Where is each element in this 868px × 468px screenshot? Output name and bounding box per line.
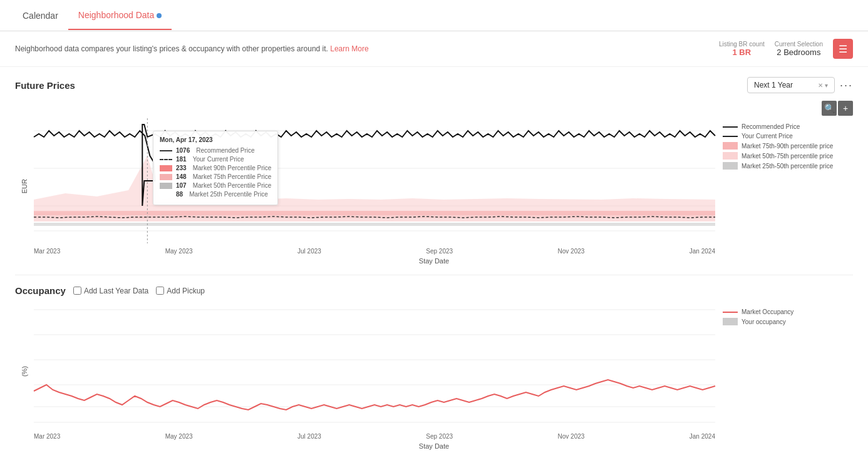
tooltip-date: Mon, Apr 17, 2023	[160, 136, 271, 143]
legend-recommended-text: Recommended Price	[741, 123, 800, 130]
occ-x-tick-2: May 2023	[165, 433, 193, 440]
future-prices-section: Future Prices Next 1 Year ✕ ▾ ··· 🔍 + EU…	[0, 67, 868, 275]
tooltip-25th-label: Market 25th Percentile Price	[189, 191, 268, 198]
dropdown-value: Next 1 Year	[754, 81, 793, 89]
tooltip-row-75th: 148 Market 75th Percentile Price	[160, 173, 271, 180]
legend-75-90: Market 75th-90th percentile price	[723, 142, 845, 150]
add-pickup-checkbox-label[interactable]: Add Pickup	[156, 287, 205, 295]
future-prices-svg	[34, 118, 715, 243]
current-selection-info: Current Selection 2 Bedrooms	[775, 41, 823, 57]
future-prices-title: Future Prices	[15, 80, 75, 91]
dropdown-clear[interactable]: ✕ ▾	[818, 82, 828, 89]
legend-current: Your Current Price	[723, 133, 845, 140]
tabs-bar: Calendar Neighborhood Data	[0, 0, 868, 31]
occupancy-legend: Market Occupancy Your occupancy	[715, 303, 853, 440]
occupancy-section: Occupancy Add Last Year Data Add Pickup …	[0, 275, 868, 460]
svg-marker-6	[34, 223, 715, 226]
future-prices-legend: Recommended Price Your Current Price Mar…	[715, 118, 853, 255]
x-tick-5: Nov 2023	[558, 248, 585, 255]
tooltip-50th-block	[160, 183, 172, 189]
tooltip-90th-val: 233	[176, 165, 187, 171]
legend-recommended: Recommended Price	[723, 123, 845, 130]
listing-br-label: Listing BR count	[719, 41, 765, 48]
svg-marker-9	[34, 156, 715, 218]
add-last-year-checkbox[interactable]	[73, 287, 81, 295]
legend-25-50: Market 25th-50th percentile price	[723, 162, 845, 170]
tooltip-50th-val: 107	[176, 182, 187, 189]
add-last-year-checkbox-label[interactable]: Add Last Year Data	[73, 287, 148, 295]
future-prices-y-label: EUR	[21, 179, 28, 193]
tooltip-recommended-label: Recommended Price	[196, 147, 254, 154]
future-prices-chart-wrapper: EUR	[15, 118, 853, 255]
legend-market-occ-text: Market Occupancy	[741, 308, 793, 315]
occ-x-tick-5: Nov 2023	[558, 433, 585, 440]
listing-br-value: 1 BR	[719, 48, 765, 57]
occ-x-tick-6: Jan 2024	[690, 433, 715, 440]
learn-more-link[interactable]: Learn More	[330, 44, 368, 53]
occ-x-tick-1: Mar 2023	[34, 433, 60, 440]
tooltip-row-25th: 88 Market 25th Percentile Price	[160, 191, 271, 198]
tooltip-row-current: 181 Your Current Price	[160, 156, 271, 163]
legend-your-occ-block	[723, 318, 738, 325]
occ-x-tick-4: Sep 2023	[426, 433, 453, 440]
occupancy-chart: Mar 2023 May 2023 Jul 2023 Sep 2023 Nov …	[34, 303, 715, 440]
tooltip-50th-label: Market 50th Percentile Price	[193, 182, 272, 189]
x-tick-2: May 2023	[165, 248, 193, 255]
legend-current-text: Your Current Price	[741, 133, 793, 140]
legend-50-75-block	[723, 152, 738, 160]
tooltip-90th-label: Market 90th Percentile Price	[193, 165, 272, 171]
info-text: Neighborhood data compares your listing'…	[15, 44, 369, 53]
occupancy-chart-wrapper: (%) Mar 2023 May 2023	[15, 303, 853, 440]
tooltip-row-recommended: 1076 Recommended Price	[160, 147, 271, 154]
tab-calendar[interactable]: Calendar	[13, 2, 68, 29]
tab-active-dot	[157, 13, 162, 18]
legend-your-occ-text: Your occupancy	[741, 318, 786, 325]
tooltip-row-90th: 233 Market 90th Percentile Price	[160, 165, 271, 171]
current-sel-value: 2 Bedrooms	[775, 48, 823, 57]
occupancy-header: Occupancy Add Last Year Data Add Pickup	[15, 285, 853, 296]
occ-x-tick-3: Jul 2023	[297, 433, 321, 440]
x-tick-6: Jan 2024	[690, 248, 715, 255]
tooltip-90th-block	[160, 165, 172, 171]
x-tick-1: Mar 2023	[34, 248, 60, 255]
legend-75-90-block	[723, 142, 738, 150]
info-right: Listing BR count 1 BR Current Selection …	[719, 39, 853, 59]
tooltip-75th-label: Market 75th Percentile Price	[193, 173, 272, 180]
add-pickup-checkbox[interactable]	[156, 287, 164, 295]
info-bar: Neighborhood data compares your listing'…	[0, 31, 868, 67]
legend-50-75: Market 50th-75th percentile price	[723, 152, 845, 160]
occupancy-x-label: Stay Date	[15, 442, 853, 450]
zoom-controls: 🔍 +	[15, 101, 853, 116]
legend-your-occ: Your occupancy	[723, 318, 845, 325]
legend-25-50-text: Market 25th-50th percentile price	[741, 163, 833, 170]
occupancy-svg	[34, 303, 715, 429]
time-range-dropdown[interactable]: Next 1 Year ✕ ▾	[747, 77, 835, 93]
tooltip-75th-val: 148	[176, 173, 187, 180]
zoom-in-button[interactable]: +	[838, 101, 853, 116]
future-prices-chart: Mar 2023 May 2023 Jul 2023 Sep 2023 Nov …	[34, 118, 715, 255]
tooltip-current-val: 181	[176, 156, 187, 163]
future-prices-header: Future Prices Next 1 Year ✕ ▾ ···	[15, 77, 853, 93]
legend-75-90-text: Market 75th-90th percentile price	[741, 143, 833, 150]
future-prices-controls: Next 1 Year ✕ ▾ ···	[747, 77, 853, 93]
tooltip-current-label: Your Current Price	[193, 156, 244, 163]
listing-br-info: Listing BR count 1 BR	[719, 41, 765, 57]
tooltip-solid-line	[160, 150, 172, 151]
price-tooltip: Mon, Apr 17, 2023 1076 Recommended Price…	[153, 131, 278, 205]
legend-market-occ-line	[723, 312, 738, 313]
legend-25-50-block	[723, 162, 738, 170]
zoom-out-button[interactable]: 🔍	[822, 101, 837, 116]
more-options-button[interactable]: ···	[840, 79, 853, 92]
occupancy-y-label: (%)	[21, 366, 28, 377]
tooltip-25th-val: 88	[176, 191, 183, 198]
legend-recommended-line	[723, 126, 738, 128]
tooltip-recommended-val: 1076	[176, 147, 190, 154]
tab-neighborhood-data[interactable]: Neighborhood Data	[68, 1, 172, 30]
hamburger-button[interactable]: ☰	[833, 39, 853, 59]
legend-50-75-text: Market 50th-75th percentile price	[741, 153, 833, 160]
x-tick-4: Sep 2023	[426, 248, 453, 255]
current-sel-label: Current Selection	[775, 41, 823, 48]
legend-current-line	[723, 136, 738, 137]
legend-market-occ: Market Occupancy	[723, 308, 845, 315]
tooltip-row-50th: 107 Market 50th Percentile Price	[160, 182, 271, 189]
